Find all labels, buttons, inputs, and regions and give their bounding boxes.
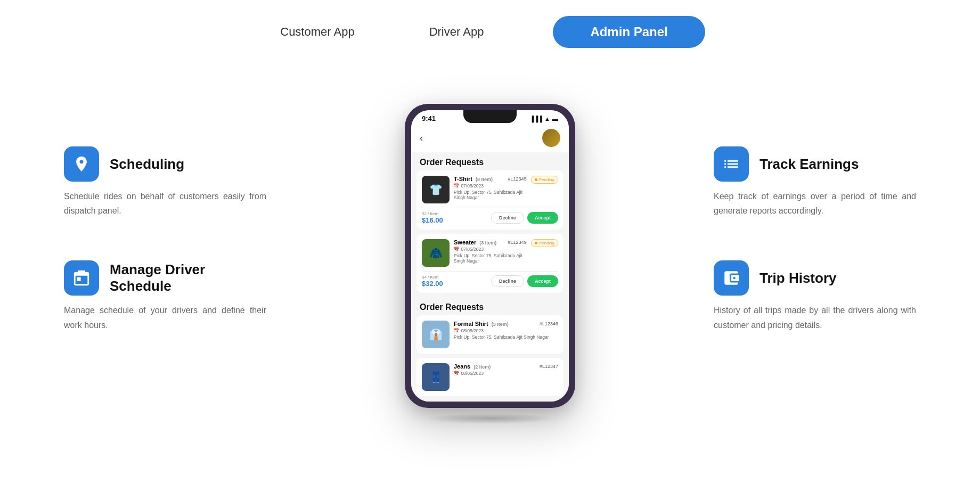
calendar-icon-small: 📅 [454,183,460,189]
jeans-date: 📅 08/05/2023 [454,371,558,376]
feature-manage-driver-header: Manage Driver Schedule [64,260,266,296]
tshirt-name: T-Shirt (8 Item) [454,176,493,182]
app-header: ‹ [411,125,569,152]
sweater-actions: Decline Accept [491,275,558,287]
chart-bars-icon [722,155,740,173]
back-arrow-icon[interactable]: ‹ [420,133,423,144]
phone-time: 9:41 [422,114,436,122]
sweater-price-total: $32.00 [422,280,443,288]
track-earnings-title: Track Earnings [760,156,859,173]
scheduling-icon-box [64,146,99,182]
tshirt-decline-btn[interactable]: Decline [491,212,524,224]
tshirt-bottom: $2 / Item $16.00 Decline Accept [422,208,558,224]
sweater-price-info: $4 / Item $32.00 [422,275,443,288]
top-navigation: Customer App Driver App Admin Panel [0,0,980,61]
signal-icon: ▐▐▐ [530,116,542,122]
formalshirt-thumb: 👔 [422,321,450,348]
sweater-name: Sweater (3 Item) [454,239,496,246]
feature-trip-history: Trip History History of all trips made b… [714,260,916,332]
section2-title: Order Requests [411,297,569,315]
feature-scheduling: Scheduling Schedule rides on behalf of c… [64,146,266,218]
order-card-sweater: 🧥 Sweater (3 Item) #L12349 [416,234,564,293]
tshirt-status: Pending [531,176,558,184]
order-card-formalshirt: 👔 Formal Shirt (3 Item) #L12346 [416,315,564,354]
location-pin-icon [72,155,91,173]
calendar-card-icon [72,269,91,287]
sweater-info: Sweater (3 Item) #L12349 📅 07/05/2023 [454,239,527,264]
left-features: Scheduling Schedule rides on behalf of c… [64,104,266,332]
feature-track-earnings-header: Track Earnings [714,146,916,182]
tshirt-name-row: T-Shirt (8 Item) #L12345 [454,176,527,182]
pending-dot [535,178,537,181]
feature-manage-driver: Manage Driver Schedule Manage schedule o… [64,260,266,332]
tshirt-info: T-Shirt (8 Item) #L12345 📅 07/05/2023 [454,176,527,200]
track-earnings-icon-box [714,146,749,182]
jeans-name: Jeans (2 Item) [454,363,491,370]
order-top-sweater: 🧥 Sweater (3 Item) #L12349 [422,239,558,267]
battery-icon: ▬ [552,116,558,122]
phone-mockup-container: 9:41 ▐▐▐ ▲ ▬ ‹ [266,104,714,424]
tshirt-price-total: $16.00 [422,216,443,224]
calendar-icon-small3: 📅 [454,328,460,333]
phone-inner: 9:41 ▐▐▐ ▲ ▬ ‹ [411,110,569,402]
nav-admin-panel[interactable]: Admin Panel [553,16,705,48]
formalshirt-info: Formal Shirt (3 Item) #L12346 📅 08/05/20… [454,321,558,340]
sweater-bottom: $4 / Item $32.00 Decline Accept [422,271,558,288]
sweater-pickup: Pick Up: Sector 75, Sahibzada Ajit Singh… [454,253,527,264]
formalshirt-id: #L12346 [540,321,558,326]
pending-dot2 [535,242,537,244]
tshirt-date: 📅 07/05/2023 [454,183,527,189]
manage-driver-title: Manage Driver Schedule [110,261,266,294]
wallet-card-icon [722,269,740,287]
user-avatar [542,129,560,147]
section1-title: Order Requests [411,152,569,170]
app-content: Order Requests 👕 T-Shirt (8 Item) [411,152,569,402]
sweater-id: #L12349 [508,240,527,245]
sweater-count: (3 Item) [479,240,496,246]
scheduling-title: Scheduling [110,156,184,173]
feature-track-earnings: Track Earnings Keep track of earnings ov… [714,146,916,218]
track-earnings-desc: Keep track of earnings over a period of … [714,189,916,218]
trip-history-desc: History of all trips made by all the dri… [714,303,916,332]
sweater-accept-btn[interactable]: Accept [527,275,558,287]
jeans-info: Jeans (2 Item) #L12347 📅 08/05/2023 [454,363,558,377]
tshirt-price-per: $2 / Item [422,211,443,216]
scheduling-desc: Schedule rides on behalf of customers ea… [64,189,266,218]
trip-history-title: Trip History [760,270,836,287]
sweater-thumb: 🧥 [422,239,450,267]
sweater-name-row: Sweater (3 Item) #L12349 [454,239,527,246]
tshirt-price-info: $2 / Item $16.00 [422,211,443,224]
jeans-id: #L12347 [540,364,558,369]
tshirt-pickup: Pick Up: Sector 75, Sahibzada Ajit Singh… [454,190,527,200]
calendar-icon-small4: 📅 [454,371,460,376]
phone-notch [463,110,517,123]
formalshirt-name-row: Formal Shirt (3 Item) #L12346 [454,321,558,327]
feature-trip-history-header: Trip History [714,260,916,296]
nav-customer-app[interactable]: Customer App [275,25,360,39]
nav-driver-app[interactable]: Driver App [424,25,489,39]
formalshirt-pickup: Pick Up: Sector 75, Sahibzada Ajit Singh… [454,334,558,340]
tshirt-actions: Decline Accept [491,212,558,224]
sweater-decline-btn[interactable]: Decline [491,275,524,287]
sweater-price-per: $4 / Item [422,275,443,280]
manage-driver-desc: Manage schedule of your drivers and defi… [64,303,266,332]
phone-status-bar: 9:41 ▐▐▐ ▲ ▬ [411,110,569,125]
sweater-date: 📅 07/05/2023 [454,247,527,252]
feature-scheduling-header: Scheduling [64,146,266,182]
calendar-icon-small2: 📅 [454,247,460,252]
tshirt-thumb: 👕 [422,176,450,203]
sweater-status: Pending [531,239,558,247]
main-content: Scheduling Schedule rides on behalf of c… [0,61,980,445]
order-top-formalshirt: 👔 Formal Shirt (3 Item) #L12346 [422,321,558,348]
tshirt-accept-btn[interactable]: Accept [527,212,558,224]
jeans-count: (2 Item) [473,364,491,370]
right-features: Track Earnings Keep track of earnings ov… [714,104,916,332]
status-icons: ▐▐▐ ▲ ▬ [530,116,558,122]
order-top-jeans: 👖 Jeans (2 Item) #L12347 [422,363,558,391]
formalshirt-count: (3 Item) [492,322,509,327]
trip-history-icon-box [714,260,749,296]
tshirt-id: #L12345 [508,176,527,182]
formalshirt-name: Formal Shirt (3 Item) [454,321,509,327]
order-top-tshirt: 👕 T-Shirt (8 Item) #L12345 [422,176,558,203]
order-card-tshirt: 👕 T-Shirt (8 Item) #L12345 [416,170,564,230]
